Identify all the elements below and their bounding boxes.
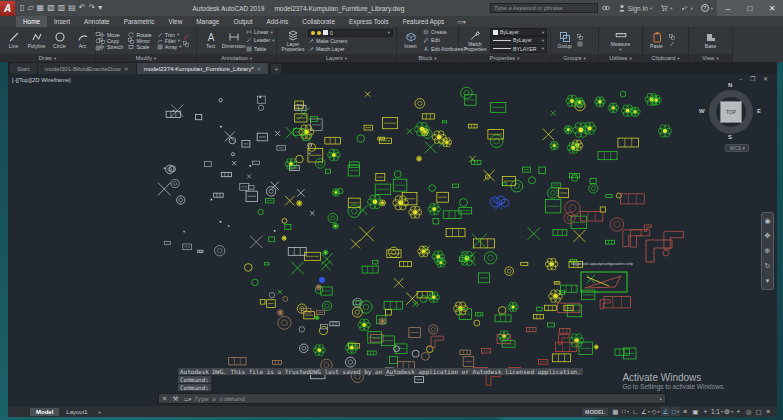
- navigation-wheel-icon[interactable]: ◉: [764, 217, 770, 225]
- autocad-logo-icon[interactable]: A: [0, 1, 15, 16]
- annotation-visibility-icon[interactable]: +: [734, 407, 743, 416]
- transparency-icon[interactable]: ▣: [691, 407, 700, 416]
- panel-label-utilities[interactable]: Utilities▾: [599, 54, 642, 62]
- object-snap-tracking-icon[interactable]: ∠: [661, 407, 670, 416]
- array-button[interactable]: Array▾: [157, 44, 182, 50]
- explode-tool-icon[interactable]: [183, 41, 189, 47]
- open-file-icon[interactable]: ▱: [27, 4, 33, 12]
- model-space-button[interactable]: MODEL: [582, 408, 608, 416]
- save-as-icon[interactable]: ▧: [47, 4, 55, 12]
- grid-display-icon[interactable]: ▦: [611, 407, 620, 416]
- annotation-scale-control[interactable]: 1:1▾: [711, 407, 723, 416]
- arc-button[interactable]: Arc: [72, 28, 93, 53]
- lineweight-select[interactable]: ByLayer▾: [490, 36, 547, 44]
- cut-clip-icon[interactable]: [669, 41, 675, 47]
- file-tab-start[interactable]: Start: [10, 63, 37, 74]
- plot-icon[interactable]: ▥: [58, 4, 66, 12]
- match-properties-button[interactable]: Match Properties: [462, 28, 488, 53]
- dynamic-input-icon[interactable]: +: [701, 407, 710, 416]
- new-layout-button[interactable]: +: [95, 409, 105, 415]
- make-current-button[interactable]: Make Current: [308, 38, 393, 44]
- panel-label-view[interactable]: View▾: [689, 54, 732, 62]
- model-tab[interactable]: Model: [30, 408, 59, 416]
- insert-button[interactable]: Insert: [400, 28, 421, 53]
- viewport-controls-label[interactable]: [-][Top][2D Wireframe]: [12, 77, 71, 83]
- new-file-icon[interactable]: ▯: [20, 4, 24, 12]
- save-icon[interactable]: ▦: [37, 4, 45, 12]
- ribbon-tab-manage[interactable]: Manage: [189, 16, 226, 27]
- ortho-mode-icon[interactable]: ∟: [631, 407, 640, 416]
- panel-label-modify[interactable]: Modify▾: [96, 54, 196, 62]
- scale-button[interactable]: Scale: [128, 44, 151, 50]
- new-drawing-tab-button[interactable]: +: [271, 64, 281, 74]
- command-recent-icon[interactable]: ▪: [656, 396, 665, 402]
- customization-menu-icon[interactable]: ≡: [764, 407, 773, 416]
- viewcube-west[interactable]: W: [699, 108, 705, 114]
- search-button[interactable]: [598, 4, 614, 12]
- linetype-select[interactable]: BYLAYER▾: [490, 45, 547, 53]
- measure-button[interactable]: Measure▾: [610, 28, 631, 53]
- panel-label-groups[interactable]: Groups▾: [551, 54, 598, 62]
- qat-dropdown-icon[interactable]: ▾: [98, 4, 102, 12]
- command-customize-icon[interactable]: ⚒: [170, 395, 181, 403]
- file-tab-model2374-kumpulan-furniture-library[interactable]: model2374-Kumpulan_Furniture_Library*✕: [137, 63, 269, 74]
- ribbon-display-toggle-icon[interactable]: ▭▾: [457, 18, 466, 25]
- circle-button[interactable]: Circle: [49, 28, 70, 53]
- leader-button[interactable]: Leader▾: [246, 37, 274, 43]
- isodraft-icon[interactable]: ◇▾: [651, 407, 660, 416]
- drawing-window-controls[interactable]: – ❐ ✕: [739, 75, 771, 82]
- stretch-button[interactable]: Stretch: [99, 44, 123, 50]
- copy-clip-icon[interactable]: [669, 34, 675, 40]
- ribbon-tab-express-tools[interactable]: Express Tools: [342, 16, 396, 27]
- paste-button[interactable]: Paste: [646, 28, 667, 53]
- minimize-button[interactable]: –: [717, 4, 739, 13]
- group-edit-icon[interactable]: [577, 41, 583, 47]
- stay-connected-button[interactable]: ▾: [676, 4, 696, 12]
- layer-select[interactable]: 0 ▾: [308, 29, 393, 37]
- dimension-button[interactable]: Dimension: [223, 28, 244, 53]
- ribbon-tab-parametric[interactable]: Parametric: [117, 16, 162, 27]
- viewcube-east[interactable]: E: [757, 108, 761, 114]
- sign-in-button[interactable]: Sign In ▾: [614, 4, 657, 12]
- ribbon-tab-annotate[interactable]: Annotate: [77, 16, 117, 27]
- erase-pencil-icon[interactable]: [183, 34, 189, 40]
- line-button[interactable]: Line: [3, 28, 24, 53]
- panel-label-annotation[interactable]: Annotation▾: [197, 54, 276, 62]
- maximize-button[interactable]: □: [739, 4, 761, 13]
- help-button[interactable]: ? ▾: [697, 4, 717, 12]
- command-close-icon[interactable]: ✕: [159, 395, 170, 403]
- ribbon-tab-collaborate[interactable]: Collaborate: [295, 16, 342, 27]
- nav-more-icon[interactable]: ▾: [766, 277, 770, 285]
- panel-label-properties[interactable]: Properties▾: [459, 54, 550, 62]
- ribbon-tab-home[interactable]: Home: [16, 16, 47, 27]
- command-line[interactable]: ✕ ⚒ ▭▾ Type a command ▪: [158, 393, 666, 404]
- viewcube-north[interactable]: N: [728, 82, 732, 88]
- table-button[interactable]: Table: [246, 46, 274, 52]
- ungroup-icon[interactable]: [577, 34, 583, 40]
- ribbon-tab-output[interactable]: Output: [226, 16, 259, 27]
- file-tab-model301-bifoldensuitedoor[interactable]: model301-BifoldEnsuiteDoor✕: [38, 63, 136, 74]
- wcs-selector[interactable]: WCS ▾: [725, 144, 749, 152]
- search-input[interactable]: Type a keyword or phrase: [490, 3, 598, 13]
- group-button[interactable]: Group: [554, 28, 575, 53]
- viewcube-top-face[interactable]: TOP: [720, 101, 742, 123]
- viewcube-south[interactable]: S: [728, 134, 732, 140]
- linear-button[interactable]: Linear▾: [246, 29, 274, 35]
- viewcube[interactable]: N S W E TOP: [703, 84, 759, 140]
- layout1-tab[interactable]: Layout1: [60, 408, 93, 416]
- file-tab-close-icon[interactable]: ✕: [124, 66, 129, 72]
- undo-icon[interactable]: ↶: [79, 4, 86, 12]
- app-store-button[interactable]: ▾: [656, 4, 676, 12]
- file-tab-close-icon[interactable]: ✕: [257, 66, 262, 72]
- print-icon[interactable]: ▤: [68, 4, 76, 12]
- navigation-bar[interactable]: ◉ ✥ ⊕ ↻ ▾: [761, 212, 774, 290]
- workspace-gear-icon[interactable]: ⚙▾: [724, 407, 733, 416]
- drawing-canvas[interactable]: suggested capacity/configurations only […: [8, 74, 777, 406]
- panel-label-layers[interactable]: Layers▾: [277, 54, 396, 62]
- base-button[interactable]: Base: [700, 28, 721, 53]
- orbit-icon[interactable]: ↻: [765, 262, 771, 270]
- panel-label-clipboard[interactable]: Clipboard▾: [643, 54, 688, 62]
- match-layer-button[interactable]: Match Layer: [308, 46, 393, 52]
- close-button[interactable]: ✕: [761, 4, 783, 13]
- panel-label-draw[interactable]: Draw▾: [0, 54, 95, 62]
